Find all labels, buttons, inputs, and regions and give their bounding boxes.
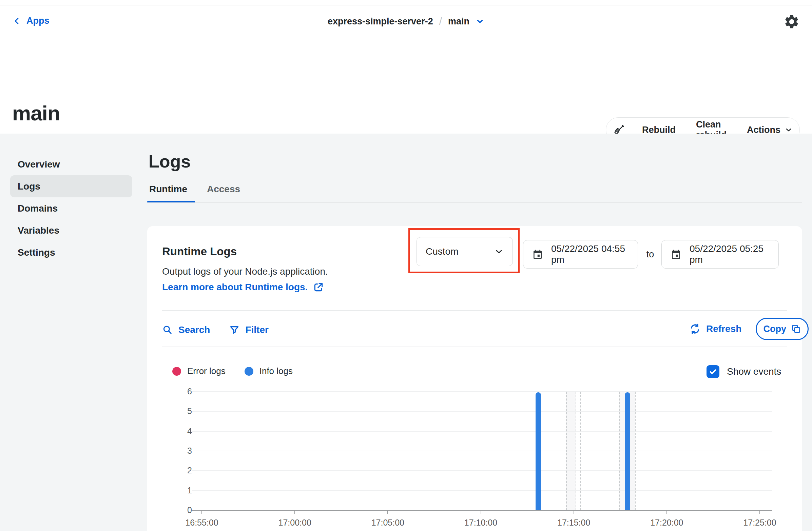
copy-icon xyxy=(791,324,801,334)
legend-item-info-logs: Info logs xyxy=(245,366,293,377)
copy-button[interactable]: Copy xyxy=(756,318,809,340)
to-label: to xyxy=(642,249,659,260)
x-axis-label: 17:15:00 xyxy=(547,518,601,528)
event-dashed-line xyxy=(566,392,567,510)
show-events-toggle[interactable]: Show events xyxy=(707,365,781,378)
logs-chart-plot: 16:55:0017:00:0017:05:0017:10:0017:15:00… xyxy=(192,392,772,510)
breadcrumb-branch[interactable]: main xyxy=(448,16,469,27)
legend-label: Info logs xyxy=(260,366,293,377)
y-axis-label: 2 xyxy=(158,466,192,475)
copy-label: Copy xyxy=(764,324,786,334)
chevron-left-icon xyxy=(13,16,21,26)
back-to-apps-link[interactable]: Apps xyxy=(13,16,49,26)
filter-button[interactable]: Filter xyxy=(229,325,268,335)
x-axis-label: 17:05:00 xyxy=(361,518,415,528)
learn-more-label: Learn more about Runtime logs. xyxy=(162,282,308,293)
gridline xyxy=(192,391,772,392)
x-axis-label: 17:00:00 xyxy=(267,518,322,528)
tabs-hairline xyxy=(147,203,802,203)
app-environment-page: Apps express-simple-server-2 / main main… xyxy=(0,0,812,531)
environment-title: main xyxy=(12,101,60,125)
chevron-down-icon xyxy=(784,126,793,134)
runtime-logs-description: Output logs of your Node.js application. xyxy=(162,266,328,277)
gridline xyxy=(192,470,772,471)
chevron-down-icon xyxy=(494,247,504,256)
sidebar-item-overview[interactable]: Overview xyxy=(10,153,132,175)
filter-icon xyxy=(229,325,240,335)
event-dashed-line xyxy=(576,392,576,510)
external-link-icon xyxy=(313,282,324,293)
check-icon xyxy=(709,367,717,376)
x-axis-label: 17:10:00 xyxy=(454,518,508,528)
date-to-value: 05/22/2025 05:25 pm xyxy=(690,244,770,265)
x-axis-line xyxy=(192,510,772,511)
gridline xyxy=(192,451,772,451)
card-divider xyxy=(162,310,787,311)
show-events-checkbox[interactable] xyxy=(707,365,720,378)
log-bar-info-logs[interactable] xyxy=(625,392,630,510)
log-actions-left: Search Filter xyxy=(162,323,269,337)
y-axis-label: 0 xyxy=(158,505,192,515)
top-nav: Apps express-simple-server-2 / main xyxy=(0,5,812,40)
refresh-icon xyxy=(689,323,701,335)
x-axis-tick xyxy=(481,510,481,514)
date-from-value: 05/22/2025 04:55 pm xyxy=(551,244,629,265)
runtime-logs-card: Runtime Logs Custom 05/22/2025 04:55 pm … xyxy=(147,226,802,531)
y-axis-label: 5 xyxy=(158,406,192,416)
x-axis-tick xyxy=(759,510,760,514)
search-icon xyxy=(162,325,173,335)
runtime-logs-title: Runtime Logs xyxy=(162,245,237,258)
time-range-select[interactable]: Custom xyxy=(417,237,513,266)
learn-more-link[interactable]: Learn more about Runtime logs. xyxy=(162,282,324,293)
sidebar-item-settings[interactable]: Settings xyxy=(10,241,132,264)
breadcrumb-app-name: express-simple-server-2 xyxy=(328,16,433,27)
search-button[interactable]: Search xyxy=(162,325,210,335)
sidebar-item-logs[interactable]: Logs xyxy=(10,175,132,197)
gridline xyxy=(192,490,772,491)
breadcrumb: express-simple-server-2 / main xyxy=(328,16,484,27)
legend-label: Error logs xyxy=(187,366,226,377)
tab-access[interactable]: Access xyxy=(207,184,240,203)
calendar-icon xyxy=(670,249,681,260)
y-axis-label: 1 xyxy=(158,486,192,496)
show-events-label: Show events xyxy=(727,366,781,377)
gridline xyxy=(192,431,772,432)
log-bar-info-logs[interactable] xyxy=(536,392,541,510)
legend-dot xyxy=(172,367,181,376)
time-range-value: Custom xyxy=(426,246,458,257)
page-title: Logs xyxy=(148,151,191,172)
filter-label: Filter xyxy=(245,325,268,335)
log-actions-right: Refresh Copy xyxy=(689,318,809,340)
sidebar-item-variables[interactable]: Variables xyxy=(10,219,132,241)
x-axis-label: 16:55:00 xyxy=(175,518,229,528)
event-dashed-line xyxy=(580,392,581,510)
legend-dot xyxy=(245,367,253,376)
tab-runtime[interactable]: Runtime xyxy=(149,184,187,203)
card-divider xyxy=(162,346,787,347)
back-label: Apps xyxy=(27,16,49,26)
x-axis-tick xyxy=(294,510,295,514)
environment-header: main .js.wpenginepoweredstaging.com Rebu… xyxy=(0,40,812,134)
breadcrumb-separator: / xyxy=(439,16,442,27)
x-axis-label: 17:25:00 xyxy=(733,518,787,528)
content-area: OverviewLogsDomainsVariablesSettings Log… xyxy=(0,134,812,531)
refresh-button[interactable]: Refresh xyxy=(689,323,741,335)
legend-item-error-logs: Error logs xyxy=(172,366,226,377)
refresh-label: Refresh xyxy=(706,324,741,334)
logs-tabs: RuntimeAccess xyxy=(149,184,240,203)
calendar-icon xyxy=(532,249,543,260)
x-axis-tick xyxy=(667,510,667,514)
sidebar-item-domains[interactable]: Domains xyxy=(10,197,132,219)
date-from-input[interactable]: 05/22/2025 04:55 pm xyxy=(523,240,638,268)
chart-legend: Error logsInfo logs xyxy=(172,366,293,377)
y-axis-label: 6 xyxy=(158,386,192,396)
chevron-down-icon[interactable] xyxy=(476,17,484,26)
date-to-input[interactable]: 05/22/2025 05:25 pm xyxy=(662,240,779,268)
x-axis-tick xyxy=(202,510,202,514)
search-label: Search xyxy=(178,325,210,335)
x-axis-tick xyxy=(387,510,388,514)
x-axis-tick xyxy=(574,510,574,514)
settings-gear-icon[interactable] xyxy=(783,14,800,30)
y-axis-label: 4 xyxy=(158,426,192,436)
x-axis-label: 17:20:00 xyxy=(640,518,694,528)
